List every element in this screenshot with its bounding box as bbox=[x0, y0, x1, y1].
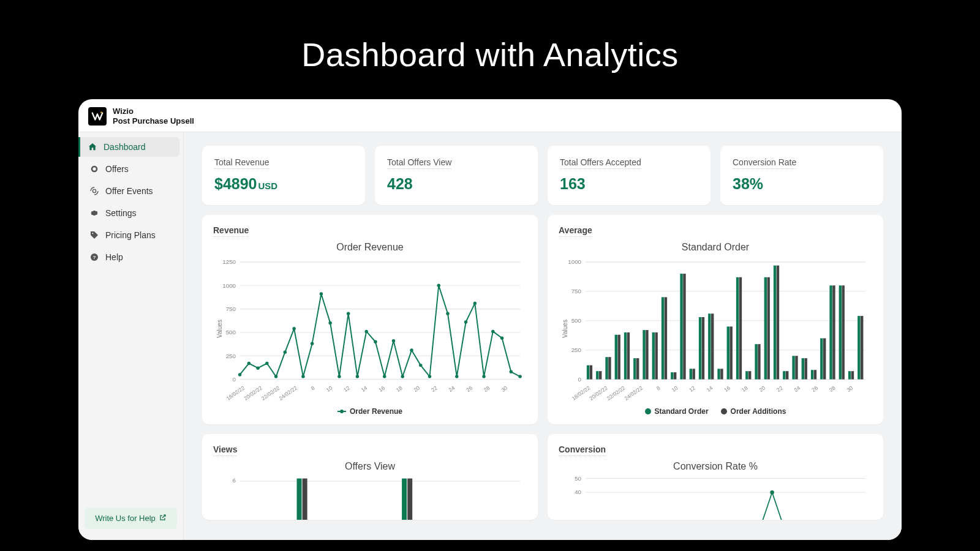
chart-card-average: Average Standard Order Values 0250500750… bbox=[548, 215, 883, 424]
svg-rect-110 bbox=[671, 372, 673, 380]
svg-text:500: 500 bbox=[226, 329, 236, 335]
sidebar-item-label: Offer Events bbox=[105, 186, 153, 196]
svg-rect-131 bbox=[767, 277, 770, 380]
svg-rect-95 bbox=[599, 371, 601, 379]
svg-rect-125 bbox=[739, 277, 742, 380]
card-tag: Views bbox=[213, 444, 237, 456]
card-tag: Revenue bbox=[213, 225, 249, 237]
svg-rect-96 bbox=[605, 357, 608, 379]
svg-rect-92 bbox=[587, 365, 589, 380]
svg-text:1250: 1250 bbox=[222, 258, 236, 265]
bar-chart-offers-view: 6 bbox=[213, 474, 527, 520]
sidebar-item-offers[interactable]: Offers bbox=[82, 159, 179, 179]
app-window: Wizio Post Purchase Upsell Dashboard Off… bbox=[78, 99, 902, 540]
svg-text:20/02/22: 20/02/22 bbox=[243, 384, 263, 402]
svg-text:26: 26 bbox=[810, 384, 819, 393]
sidebar-item-offer-events[interactable]: Offer Events bbox=[82, 181, 179, 201]
svg-text:?: ? bbox=[93, 255, 96, 260]
svg-text:750: 750 bbox=[226, 305, 236, 312]
offers-icon bbox=[89, 164, 99, 174]
svg-text:0: 0 bbox=[578, 376, 582, 383]
write-us-for-help-button[interactable]: Write Us for Help bbox=[85, 508, 177, 529]
svg-rect-148 bbox=[848, 371, 851, 379]
svg-text:8: 8 bbox=[655, 384, 662, 391]
sidebar: Dashboard Offers Offer Events Settings bbox=[78, 132, 184, 540]
app-logo-icon bbox=[88, 107, 107, 126]
line-chart-conversion: 5040 bbox=[559, 474, 872, 520]
chart-title: Offers View bbox=[213, 461, 527, 472]
stat-label: Total Offers View bbox=[387, 157, 451, 169]
svg-rect-144 bbox=[829, 285, 832, 379]
svg-text:12: 12 bbox=[342, 384, 351, 393]
svg-text:10: 10 bbox=[325, 384, 334, 393]
svg-rect-106 bbox=[652, 332, 655, 380]
svg-text:0: 0 bbox=[233, 376, 236, 383]
svg-rect-98 bbox=[615, 335, 617, 380]
svg-rect-137 bbox=[795, 356, 797, 379]
svg-rect-141 bbox=[814, 370, 816, 379]
svg-text:24/02/22: 24/02/22 bbox=[624, 384, 644, 402]
svg-rect-118 bbox=[708, 313, 710, 379]
svg-text:40: 40 bbox=[575, 489, 581, 495]
svg-rect-136 bbox=[792, 356, 794, 379]
svg-rect-133 bbox=[777, 266, 779, 380]
chart-card-conversion: Conversion Conversion Rate % 5040 bbox=[548, 434, 883, 520]
svg-text:20/02/22: 20/02/22 bbox=[588, 384, 609, 402]
sidebar-item-label: Help bbox=[105, 252, 123, 262]
sidebar-item-pricing-plans[interactable]: Pricing Plans bbox=[82, 225, 179, 245]
bar-chart-standard-order: Values 0250500750100018/02/2220/02/2222/… bbox=[559, 255, 872, 402]
sidebar-item-label: Dashboard bbox=[104, 142, 146, 152]
svg-rect-130 bbox=[764, 277, 767, 380]
svg-rect-123 bbox=[730, 327, 733, 380]
chart-legend: Standard Order Order Additions bbox=[559, 402, 872, 418]
svg-text:14: 14 bbox=[360, 384, 369, 393]
sidebar-item-label: Settings bbox=[105, 208, 137, 218]
svg-text:18/02/22: 18/02/22 bbox=[571, 384, 592, 402]
svg-text:10: 10 bbox=[671, 384, 679, 393]
svg-rect-142 bbox=[820, 339, 823, 380]
svg-rect-155 bbox=[303, 478, 307, 519]
svg-rect-99 bbox=[617, 335, 620, 380]
svg-text:20: 20 bbox=[758, 384, 767, 393]
chart-grid: Revenue Order Revenue Values 02505007501… bbox=[202, 215, 883, 520]
svg-rect-150 bbox=[858, 316, 860, 380]
stat-label: Conversion Rate bbox=[733, 157, 796, 169]
sidebar-item-label: Pricing Plans bbox=[105, 230, 156, 240]
svg-rect-143 bbox=[823, 339, 826, 380]
svg-rect-104 bbox=[643, 330, 645, 380]
app-body: Dashboard Offers Offer Events Settings bbox=[78, 132, 902, 540]
svg-rect-117 bbox=[702, 317, 704, 380]
svg-text:500: 500 bbox=[571, 317, 582, 324]
svg-text:12: 12 bbox=[688, 384, 696, 393]
stat-value: 38% bbox=[733, 175, 871, 193]
svg-text:50: 50 bbox=[575, 475, 581, 482]
help-footer-label: Write Us for Help bbox=[95, 514, 156, 523]
svg-rect-140 bbox=[811, 370, 813, 379]
sidebar-item-dashboard[interactable]: Dashboard bbox=[78, 137, 179, 157]
svg-rect-138 bbox=[802, 358, 804, 380]
legend-line-icon bbox=[337, 411, 346, 412]
svg-point-1 bbox=[92, 168, 96, 171]
svg-rect-134 bbox=[783, 371, 785, 379]
svg-rect-151 bbox=[861, 316, 863, 380]
svg-rect-135 bbox=[786, 371, 788, 379]
svg-text:22: 22 bbox=[775, 384, 784, 393]
chart-title: Conversion Rate % bbox=[559, 461, 872, 472]
svg-text:16: 16 bbox=[723, 384, 731, 393]
chart-title: Standard Order bbox=[559, 242, 872, 253]
svg-rect-119 bbox=[711, 313, 714, 379]
svg-point-2 bbox=[92, 190, 96, 193]
svg-text:14: 14 bbox=[706, 384, 714, 393]
svg-text:24/02/22: 24/02/22 bbox=[278, 384, 299, 402]
legend-item-order-revenue: Order Revenue bbox=[337, 407, 402, 416]
app-name-line2: Post Purchase Upsell bbox=[113, 116, 194, 126]
svg-rect-145 bbox=[832, 285, 835, 379]
svg-rect-122 bbox=[727, 327, 729, 380]
svg-rect-129 bbox=[758, 344, 760, 380]
sidebar-item-settings[interactable]: Settings bbox=[82, 203, 179, 223]
svg-rect-156 bbox=[402, 478, 407, 519]
sidebar-item-help[interactable]: ? Help bbox=[82, 247, 179, 267]
svg-rect-102 bbox=[633, 358, 636, 380]
svg-text:18: 18 bbox=[741, 384, 749, 393]
svg-text:22/02/22: 22/02/22 bbox=[260, 384, 281, 402]
